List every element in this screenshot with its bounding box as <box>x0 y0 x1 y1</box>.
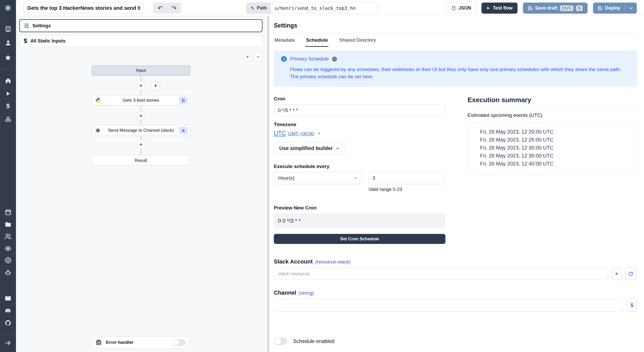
sidebar-item-resources[interactable] <box>0 115 16 123</box>
refresh-icon <box>628 271 633 276</box>
flow-node-result[interactable]: Result <box>92 155 190 166</box>
plus-icon: + <box>615 270 618 277</box>
error-handler-row[interactable]: Error handler <box>92 336 189 349</box>
undo-button[interactable]: ↶ <box>158 5 163 11</box>
sidebar-item-workspace[interactable] <box>0 25 16 33</box>
channel-input[interactable] <box>274 299 623 312</box>
settings-tabbar: Metadata Schedule Shared Directory <box>274 33 637 47</box>
timezone-select-link[interactable]: UTC GMT +00:00 <box>274 130 321 137</box>
pencil-icon <box>251 5 255 11</box>
set-cron-schedule-button[interactable]: Set Cron Schedule <box>274 234 445 244</box>
sidebar-item-workers[interactable] <box>0 269 16 277</box>
deploy-button[interactable]: Deploy <box>593 3 625 14</box>
upcoming-event: Fri, 26 May 2023, 12:25:00 UTC <box>480 136 632 144</box>
slack-resource-input[interactable] <box>274 268 608 280</box>
flow-node-step-b[interactable]: Gets 3 best stories b <box>92 95 190 105</box>
toggle-knob <box>274 338 281 345</box>
robot-icon <box>5 269 11 276</box>
sidebar-item-audit-logs[interactable] <box>0 245 16 252</box>
kbd-s: S <box>576 5 583 11</box>
schedule-enabled-toggle[interactable] <box>274 337 287 345</box>
zoom-in-button[interactable]: + <box>243 52 252 61</box>
deploy-label: Deploy <box>605 5 620 11</box>
folder-icon <box>5 221 11 228</box>
path-chip[interactable]: Path <box>247 3 271 13</box>
sidebar-item-settings[interactable] <box>0 256 16 264</box>
step-b-badge: b <box>179 96 188 104</box>
sidebar-divider <box>0 336 16 336</box>
save-draft-label: Save draft <box>535 5 557 11</box>
add-resource-button[interactable]: + <box>612 268 621 280</box>
tab-metadata[interactable]: Metadata <box>274 33 295 47</box>
step-b-label: Gets 3 best stories <box>123 98 159 103</box>
sidebar-item-folders[interactable] <box>0 221 16 228</box>
insert-step-button[interactable]: + <box>136 81 146 90</box>
save-draft-button[interactable]: Save draft Ctrl S <box>523 3 588 14</box>
plus-icon: + <box>139 83 142 89</box>
sidebar-item-github[interactable] <box>0 319 16 327</box>
topbar-actions: JSON Test flow Save draft Ctrl S Deploy <box>446 3 637 14</box>
sidebar-item-groups[interactable] <box>0 233 16 240</box>
use-variable-button[interactable] <box>627 299 637 312</box>
book-icon <box>5 295 11 302</box>
undo-redo-group: ↶ ↷ <box>153 3 181 14</box>
simplified-builder-toggle-button[interactable]: Use simplified builder <box>274 142 345 154</box>
interval-unit-select[interactable]: Hour(s) <box>274 172 362 184</box>
flow-settings-label: Settings <box>32 23 51 29</box>
refresh-resources-button[interactable] <box>625 268 636 280</box>
save-icon <box>598 6 602 11</box>
plus-icon: + <box>139 142 142 147</box>
windmill-icon <box>4 4 12 12</box>
path-input[interactable] <box>271 3 378 13</box>
timezone-offset: GMT +00:00 <box>288 131 314 137</box>
sidebar-item-home[interactable] <box>0 77 16 84</box>
step-a-label: Send Message to Channel (slack) <box>108 128 174 133</box>
undo-icon: ↶ <box>158 5 163 12</box>
play-icon <box>5 91 11 97</box>
sidebar-item-variables[interactable] <box>0 102 16 110</box>
sidebar-item-discord[interactable] <box>0 307 16 315</box>
hub-script-icon <box>95 128 101 133</box>
info-tooltip-icon[interactable]: i <box>332 57 337 61</box>
gear-icon <box>5 257 11 263</box>
sidebar-expand-button[interactable] <box>0 339 16 347</box>
insert-step-button[interactable]: + <box>136 140 146 149</box>
interval-value-input[interactable] <box>368 172 445 184</box>
path-field: Path <box>246 3 378 14</box>
schedule-enabled-row: Schedule enabled <box>274 337 637 345</box>
timezone-value: UTC <box>274 130 286 137</box>
all-static-inputs-button[interactable]: All Static Inputs <box>19 35 262 47</box>
redo-button[interactable]: ↷ <box>172 5 177 11</box>
flow-title-input[interactable] <box>23 3 144 14</box>
sidebar-item-runs[interactable] <box>0 90 16 98</box>
all-static-inputs-label: All Static Inputs <box>30 38 65 44</box>
flow-node-step-a[interactable]: Send Message to Channel (slack) a <box>92 125 190 136</box>
valid-range-hint: Valid range 0-23 <box>368 187 445 192</box>
json-button[interactable]: JSON <box>446 3 476 14</box>
error-handler-toggle[interactable] <box>173 339 185 346</box>
tab-schedule[interactable]: Schedule <box>306 33 328 47</box>
sidebar-item-docs[interactable] <box>0 295 16 303</box>
path-chip-label: Path <box>257 5 267 11</box>
builder-button-label: Use simplified builder <box>279 145 333 151</box>
sidebar-item-schedules[interactable] <box>0 208 16 216</box>
windmill-logo[interactable] <box>0 0 16 16</box>
insert-step-button[interactable]: + <box>136 111 146 120</box>
channel-heading: Channel (string) <box>274 289 637 296</box>
trigger-step-button[interactable] <box>151 81 160 90</box>
deploy-more-button[interactable] <box>625 3 637 14</box>
json-button-label: JSON <box>459 5 471 11</box>
flow-node-input[interactable]: Input <box>92 66 190 75</box>
chevron-down-icon <box>629 6 633 11</box>
panel-splitter[interactable] <box>267 16 269 352</box>
flow-settings-button[interactable]: Settings <box>19 19 262 32</box>
tab-shared-directory[interactable]: Shared Directory <box>339 33 377 47</box>
slack-account-type: (resource-slack) <box>315 259 350 265</box>
sidebar-item-user[interactable] <box>0 39 16 47</box>
error-handler-label: Error handler <box>106 340 134 345</box>
sidebar-item-favorites[interactable] <box>0 54 16 61</box>
cron-input[interactable] <box>274 104 445 117</box>
zoom-out-button[interactable]: − <box>254 52 263 61</box>
test-flow-button[interactable]: Test flow <box>481 3 518 14</box>
sliders-icon <box>24 23 29 28</box>
